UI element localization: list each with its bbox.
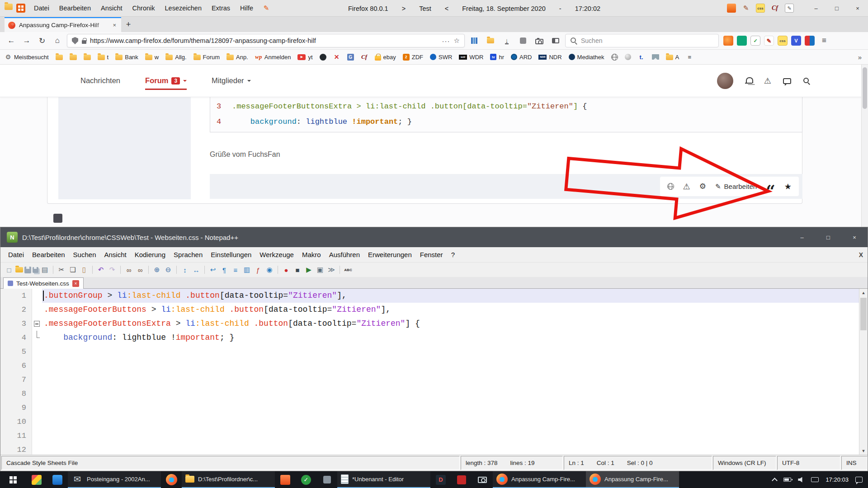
npp-menu-einstellungen[interactable]: Einstellungen	[207, 249, 255, 261]
editor-line[interactable]	[42, 373, 859, 387]
doc-map-icon[interactable]: ▥	[242, 265, 252, 275]
taskbar-app-firefox[interactable]	[161, 471, 182, 488]
reload-icon[interactable]: ↻	[35, 34, 49, 47]
redo-icon[interactable]: ↷	[107, 265, 117, 275]
url-bar[interactable]: https://www.camp-firefox.de/forum/thema/…	[67, 34, 465, 47]
bookmark-wdr[interactable]: wdrWDR	[459, 54, 483, 61]
home-icon[interactable]: ⌂	[51, 34, 64, 47]
npp-minimize-button[interactable]: –	[789, 227, 815, 247]
npp-menu-bearbeiten[interactable]: Bearbeiten	[28, 249, 69, 261]
notifications-bell-icon[interactable]	[745, 77, 752, 85]
bookmark-hr[interactable]: hrhr	[490, 54, 504, 61]
bookmark-a[interactable]: A	[666, 54, 679, 61]
page-scrollbar-thumb[interactable]	[863, 67, 867, 109]
bookmark-anmelden[interactable]: wpAnmelden	[255, 53, 291, 61]
editor-line[interactable]	[42, 387, 859, 401]
npp-menu-erweiterungen[interactable]: Erweiterungen	[364, 249, 416, 261]
spell-check-icon[interactable]: ABC	[343, 265, 353, 275]
nav-item-forum[interactable]: Forum3	[145, 72, 187, 90]
star-button[interactable]: ★	[784, 183, 792, 191]
npp-menu-suchen[interactable]: Suchen	[69, 249, 100, 261]
bookmark-ndr[interactable]: NDRNDR	[538, 54, 561, 61]
campfirefox-logo-icon[interactable]: Cf	[770, 4, 779, 13]
lock-icon[interactable]	[82, 40, 86, 44]
editor-line[interactable]: background: lightblue !important; }	[42, 331, 859, 345]
find-icon[interactable]: ∞	[124, 265, 134, 275]
bookmark-forum[interactable]: Forum	[193, 54, 220, 61]
bookmark-folder[interactable]	[84, 54, 91, 60]
screenshot-icon[interactable]	[533, 34, 546, 47]
app-orange-icon[interactable]	[727, 4, 736, 13]
new-tab-button[interactable]: +	[121, 17, 136, 32]
taskbar-app-blue[interactable]	[47, 471, 68, 488]
save-icon[interactable]	[24, 267, 31, 273]
ext-css-icon[interactable]: css	[778, 36, 788, 46]
editor-scrollbar[interactable]: ▲ ▼	[859, 289, 868, 455]
new-file-icon[interactable]: □	[4, 265, 14, 275]
folder-yellow-icon[interactable]	[5, 4, 13, 10]
notes-icon[interactable]: ✎	[785, 4, 794, 13]
npp-menu-kodierung[interactable]: Kodierung	[131, 249, 170, 261]
cut-icon[interactable]: ✂	[57, 265, 66, 275]
ext-check-icon[interactable]: ✓	[750, 36, 760, 46]
sidebar-icon[interactable]	[549, 34, 562, 47]
menubar-item-ansicht[interactable]: Ansicht	[97, 3, 127, 14]
print-icon[interactable]: ▤	[40, 265, 50, 275]
search-input[interactable]	[581, 37, 714, 44]
editor-line[interactable]: .buttonGroup > li:last-child .button[dat…	[42, 289, 859, 303]
zoom-in-icon[interactable]: ⊕	[152, 265, 162, 275]
action-center-icon[interactable]	[855, 477, 863, 483]
menubar-item-datei[interactable]: Datei	[30, 3, 53, 14]
copy-icon[interactable]: ❏	[68, 265, 78, 275]
bookmark-list[interactable]: ≡	[686, 53, 693, 61]
bookmark-swr[interactable]: SWR	[430, 54, 452, 61]
editor-line[interactable]	[42, 429, 859, 443]
menubar-item-lesezeichen[interactable]: Lesezeichen	[161, 3, 206, 14]
bookmark-ebay[interactable]: ebay	[375, 53, 396, 61]
npp-menu-item[interactable]: ?	[447, 249, 459, 261]
ext-v-blue-icon[interactable]: V	[791, 36, 801, 46]
bookmark-meistbesucht[interactable]: ⚙Meistbesucht	[5, 53, 49, 61]
bookmark-image[interactable]	[652, 54, 659, 60]
save-all-icon[interactable]	[33, 267, 38, 273]
bookmark-tgs[interactable]: t.	[638, 53, 645, 61]
tray-chevron-up-icon[interactable]	[772, 478, 778, 483]
taskbar-app-red[interactable]	[451, 471, 472, 488]
sync-scroll-h-icon[interactable]: ↔	[191, 265, 201, 275]
npp-close-button[interactable]: ×	[841, 227, 868, 247]
css-badge-icon[interactable]: css	[756, 4, 765, 13]
notepadpp-tab[interactable]: Test-Webseiten.css ×	[3, 277, 84, 289]
sync-scroll-v-icon[interactable]: ↕	[180, 265, 190, 275]
status-eol[interactable]: Windows (CR LF)	[713, 456, 776, 470]
npp-menu-datei[interactable]: Datei	[4, 249, 28, 261]
npp-menu-ausf-hren[interactable]: Ausführen	[325, 249, 364, 261]
taskbar-task-firefox-1[interactable]: Anpassung Camp-Fire...	[493, 471, 586, 488]
tracking-shield-icon[interactable]	[72, 37, 78, 44]
replace-icon[interactable]: ∞	[135, 265, 145, 275]
function-list-icon[interactable]: ƒ	[253, 265, 263, 275]
taskbar-app-antivirus[interactable]: ✓	[296, 471, 316, 488]
search-bar[interactable]	[565, 34, 719, 47]
url-text[interactable]: https://www.camp-firefox.de/forum/thema/…	[90, 37, 439, 44]
macro-play-icon[interactable]: ▶	[304, 265, 314, 275]
bookmark-ard[interactable]: ARD	[511, 54, 532, 61]
ext-search-orange-icon[interactable]	[723, 36, 733, 46]
bookmark-gbadge[interactable]: G	[347, 54, 354, 61]
grid-orange-icon[interactable]	[16, 4, 25, 13]
scroll-down-icon[interactable]: ▼	[859, 447, 868, 455]
status-insert-mode[interactable]: INS	[841, 456, 868, 470]
npp-menu-werkzeuge[interactable]: Werkzeuge	[255, 249, 298, 261]
menu-hamburger-icon[interactable]: ≡	[817, 34, 831, 47]
macro-multi-run-icon[interactable]: ≫	[326, 265, 336, 275]
bookmark-sphere[interactable]	[625, 54, 631, 60]
taskbar-app-d[interactable]: D	[430, 471, 451, 488]
bookmark-cf[interactable]: Cf	[361, 53, 368, 61]
start-button[interactable]	[0, 471, 26, 488]
editor-scrollbar-thumb[interactable]	[860, 298, 867, 330]
pencil-orange-icon[interactable]: ✎	[262, 4, 271, 13]
editor-line[interactable]	[42, 415, 859, 429]
messages-chat-icon[interactable]	[783, 78, 791, 84]
taskbar-app-orange[interactable]	[275, 471, 296, 488]
taskbar-app-camera[interactable]	[472, 471, 493, 488]
menubar-item-bearbeiten[interactable]: Bearbeiten	[55, 3, 95, 14]
